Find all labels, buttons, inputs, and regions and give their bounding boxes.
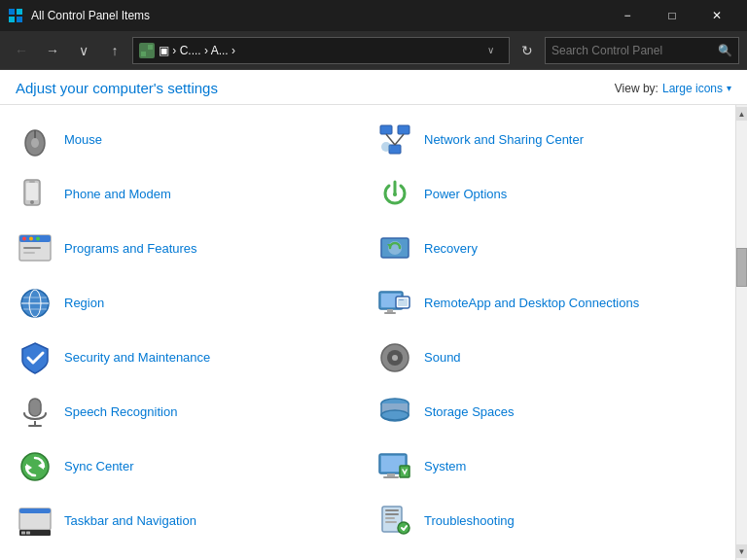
recent-pages-button[interactable]: ∨ xyxy=(70,37,97,64)
svg-rect-11 xyxy=(380,125,392,134)
svg-line-15 xyxy=(395,134,404,145)
control-item-system[interactable]: System xyxy=(368,439,728,494)
svg-rect-3 xyxy=(17,17,22,22)
control-item-speech-recognition[interactable]: Speech Recognition xyxy=(8,385,368,439)
svg-rect-27 xyxy=(23,247,41,249)
svg-rect-57 xyxy=(387,473,395,476)
svg-rect-40 xyxy=(384,312,396,314)
svg-point-10 xyxy=(31,138,39,148)
scrollbar-thumb[interactable] xyxy=(736,248,747,287)
item-icon-security-maintenance xyxy=(16,338,54,377)
svg-rect-0 xyxy=(9,9,15,15)
svg-rect-18 xyxy=(26,183,38,200)
view-by-value[interactable]: Large icons xyxy=(662,82,723,95)
svg-rect-64 xyxy=(26,532,30,535)
svg-rect-47 xyxy=(29,399,41,416)
scrollbar-up[interactable]: ▲ xyxy=(736,107,748,121)
view-by-dropdown-icon[interactable]: ▾ xyxy=(727,83,731,93)
item-icon-phone-modem xyxy=(16,175,54,214)
svg-rect-61 xyxy=(19,508,51,513)
item-label-security-maintenance: Security and Maintenance xyxy=(64,350,210,367)
svg-rect-43 xyxy=(399,299,404,300)
address-bar[interactable]: ▣ › C.... › A... › ∨ xyxy=(132,37,510,64)
refresh-button[interactable]: ↻ xyxy=(514,37,541,64)
item-label-troubleshooting: Troubleshooting xyxy=(424,513,515,530)
item-icon-taskbar-navigation xyxy=(16,502,54,541)
item-icon-power-options xyxy=(375,175,414,214)
up-button[interactable]: ↑ xyxy=(101,37,128,64)
control-item-programs-features[interactable]: Programs and Features xyxy=(8,222,368,276)
item-icon-system xyxy=(375,447,414,486)
svg-rect-70 xyxy=(398,522,409,534)
control-item-sound[interactable]: Sound xyxy=(368,331,728,385)
item-icon-troubleshooting xyxy=(375,502,414,541)
title-bar: All Control Panel Items − □ ✕ xyxy=(0,0,747,31)
app-icon xyxy=(8,8,23,23)
control-item-mouse[interactable]: Mouse xyxy=(8,113,368,167)
svg-rect-28 xyxy=(23,252,35,254)
svg-rect-69 xyxy=(385,521,397,523)
search-input[interactable] xyxy=(551,44,714,57)
forward-button[interactable]: → xyxy=(39,37,66,64)
item-label-region: Region xyxy=(64,296,104,312)
scrollbar[interactable]: ▲ ▼ xyxy=(735,105,747,560)
item-icon-storage-spaces xyxy=(375,393,414,432)
item-icon-programs-features xyxy=(16,229,54,268)
view-by-control: View by: Large icons ▾ xyxy=(615,82,731,95)
control-item-phone-modem[interactable]: Phone and Modem xyxy=(8,167,368,222)
svg-rect-20 xyxy=(29,181,35,183)
control-item-region[interactable]: Region xyxy=(8,276,368,331)
control-item-troubleshooting[interactable]: Troubleshooting xyxy=(368,494,728,548)
item-icon-mouse xyxy=(16,121,54,159)
svg-point-25 xyxy=(29,237,33,241)
maximize-button[interactable]: □ xyxy=(650,0,694,31)
page-title: Adjust your computer's settings xyxy=(16,80,218,96)
svg-rect-1 xyxy=(17,9,22,15)
control-item-sync-center[interactable]: Sync Center xyxy=(8,439,368,494)
item-icon-speech-recognition xyxy=(16,393,54,432)
view-by-label: View by: xyxy=(615,82,658,95)
content-header: Adjust your computer's settings View by:… xyxy=(0,70,747,105)
svg-rect-58 xyxy=(383,476,399,478)
item-label-recovery: Recovery xyxy=(424,241,478,258)
item-label-phone-modem: Phone and Modem xyxy=(64,187,171,203)
address-text: ▣ › C.... › A... › xyxy=(159,44,483,57)
items-grid: Mouse Network and Sharing Center Phone a… xyxy=(0,113,735,552)
control-item-taskbar-navigation[interactable]: Taskbar and Navigation xyxy=(8,494,368,548)
svg-point-21 xyxy=(393,192,397,196)
item-label-network-sharing: Network and Sharing Center xyxy=(424,132,584,149)
item-icon-remoteapp xyxy=(375,284,414,323)
control-item-recovery[interactable]: Recovery xyxy=(368,222,728,276)
address-icon xyxy=(139,43,155,58)
svg-rect-4 xyxy=(141,45,146,50)
svg-rect-39 xyxy=(387,309,393,312)
item-label-programs-features: Programs and Features xyxy=(64,241,197,258)
svg-rect-66 xyxy=(385,509,399,511)
item-label-storage-spaces: Storage Spaces xyxy=(424,404,515,421)
item-label-mouse: Mouse xyxy=(64,132,102,149)
control-item-storage-spaces[interactable]: Storage Spaces xyxy=(368,385,728,439)
item-label-system: System xyxy=(424,459,466,475)
back-button[interactable]: ← xyxy=(8,37,35,64)
toolbar: ← → ∨ ↑ ▣ › C.... › A... › ∨ ↻ 🔍 xyxy=(0,31,747,70)
control-item-remoteapp[interactable]: RemoteApp and Desktop Connections xyxy=(368,276,728,331)
svg-rect-6 xyxy=(141,52,146,56)
close-button[interactable]: ✕ xyxy=(694,0,739,31)
control-item-network-sharing[interactable]: Network and Sharing Center xyxy=(368,113,728,167)
control-item-security-maintenance[interactable]: Security and Maintenance xyxy=(8,331,368,385)
item-icon-region xyxy=(16,284,54,323)
svg-rect-2 xyxy=(9,17,15,22)
item-label-speech-recognition: Speech Recognition xyxy=(64,404,177,421)
window-title: All Control Panel Items xyxy=(31,9,597,22)
item-label-sound: Sound xyxy=(424,350,461,367)
address-dropdown-icon[interactable]: ∨ xyxy=(487,45,503,55)
svg-point-51 xyxy=(381,410,409,420)
scrollbar-down[interactable]: ▼ xyxy=(736,544,748,558)
svg-rect-59 xyxy=(400,466,409,477)
svg-rect-63 xyxy=(21,532,25,535)
items-container: Mouse Network and Sharing Center Phone a… xyxy=(0,105,735,560)
control-item-power-options[interactable]: Power Options xyxy=(368,167,728,222)
main-content: Adjust your computer's settings View by:… xyxy=(0,70,747,560)
minimize-button[interactable]: − xyxy=(605,0,650,31)
search-icon[interactable]: 🔍 xyxy=(718,44,732,57)
